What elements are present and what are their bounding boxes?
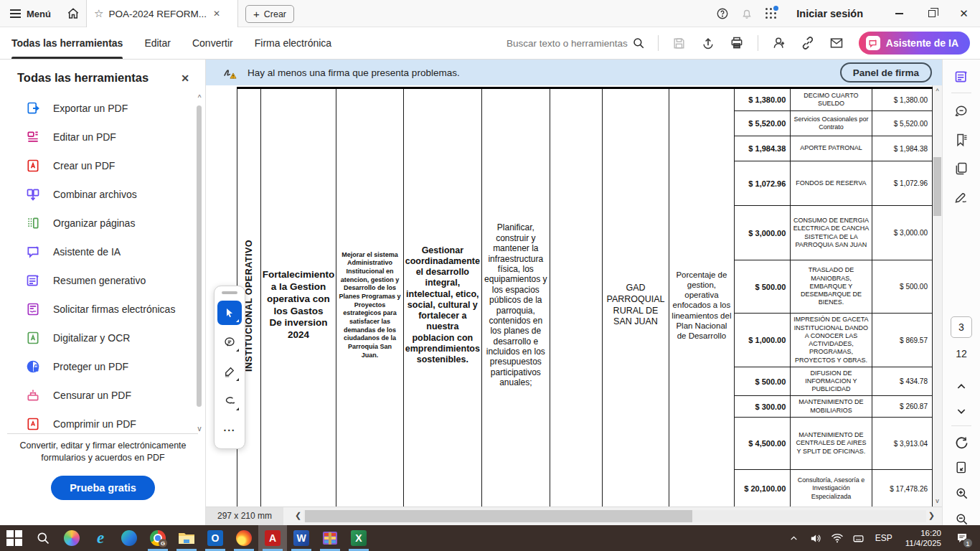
zoom-in-button[interactable] [949, 481, 974, 504]
signatures-button[interactable] [949, 186, 974, 209]
search-box[interactable] [506, 37, 645, 50]
taskbar-word-button[interactable]: W [287, 525, 316, 551]
sign-in-label[interactable]: Iniciar sesión [796, 8, 863, 19]
select-tool-button[interactable] [217, 301, 242, 325]
clock[interactable]: 16:20 11/4/2025 [900, 528, 947, 549]
tool-item-crear-pdf[interactable]: Crear un PDF [0, 151, 194, 180]
taskbar-winrar-button[interactable] [316, 525, 344, 551]
home-button[interactable] [63, 5, 83, 22]
comments-button[interactable] [949, 100, 974, 123]
share-button[interactable] [694, 31, 722, 55]
tab-firma-electronica[interactable]: Firma electrónica [255, 27, 331, 59]
taskbar-edge-button[interactable] [115, 525, 143, 551]
notification-center-button[interactable]: 1 [950, 525, 974, 551]
minimize-button[interactable] [883, 0, 915, 27]
scroll-left-icon[interactable]: ❮ [295, 511, 301, 520]
quick-tools-palette[interactable]: ··· [214, 286, 245, 449]
lasso-tool-button[interactable] [217, 389, 242, 413]
panel-scroll-thumb[interactable] [197, 105, 202, 407]
wifi-icon[interactable] [828, 525, 847, 551]
tool-item-proteger-pdf[interactable]: Proteger un PDF [0, 352, 194, 381]
language-indicator[interactable]: ESP [871, 533, 897, 543]
tool-item-asistente-ia[interactable]: Asistente de IA [0, 237, 194, 266]
star-icon[interactable]: ☆ [94, 7, 103, 20]
taskbar-chrome-button[interactable]: G [143, 525, 172, 551]
bookmarks-button[interactable] [949, 128, 974, 151]
more-tools-button[interactable]: ··· [217, 418, 242, 443]
comment-tool-button[interactable] [217, 330, 242, 354]
taskbar-ie-button[interactable]: e [86, 525, 115, 551]
panel-close-icon[interactable]: ✕ [181, 72, 189, 84]
link-icon [801, 36, 815, 50]
ai-assistant-button[interactable]: Asistente de IA [859, 32, 970, 55]
search-icon[interactable] [632, 37, 645, 50]
tab-editar[interactable]: Editar [144, 27, 171, 59]
tool-item-exportar-pdf[interactable]: Exportar un PDF [0, 94, 194, 123]
tool-item-resumen-generativo[interactable]: Resumen generativo [0, 266, 194, 295]
table-cell-concepto: Servicios Ocasionales por Contrato [791, 111, 872, 136]
tool-item-comprimir-pdf[interactable]: Comprimir un PDF [0, 410, 194, 433]
taskbar-search-button[interactable] [29, 525, 57, 551]
table-cell-ejecutado: $ 434.78 [872, 367, 932, 396]
horizontal-scroll-thumb[interactable] [305, 510, 692, 522]
panel-scrollbar[interactable]: ^ v [195, 94, 204, 433]
draw-tool-button[interactable] [217, 359, 242, 384]
tool-item-combinar-archivos[interactable]: Combinar archivos [0, 180, 194, 209]
email-button[interactable] [823, 31, 850, 55]
document-horizontal-scrollbar[interactable] [303, 510, 926, 522]
tab-todas-las-herramientas[interactable]: Todas las herramientas [11, 27, 123, 59]
volume-icon[interactable] [806, 525, 825, 551]
page-thumbnails-button[interactable] [949, 157, 974, 180]
palette-drag-handle[interactable] [222, 291, 237, 294]
tool-item-solicitar-firmas[interactable]: Solicitar firmas electrónicas [0, 295, 194, 324]
tab-close-icon[interactable]: ✕ [213, 9, 220, 19]
fit-page-button[interactable] [949, 456, 974, 479]
taskbar-outlook-button[interactable]: O [201, 525, 230, 551]
tool-item-censurar-pdf[interactable]: Censurar un PDF [0, 381, 194, 410]
taskbar-firefox-button[interactable] [230, 525, 258, 551]
taskbar-copilot-button[interactable] [57, 525, 86, 551]
save-button[interactable] [666, 31, 693, 55]
menu-button[interactable]: Menú [10, 0, 51, 27]
scroll-up-icon[interactable]: ^ [933, 88, 942, 95]
notifications-button[interactable] [735, 0, 759, 27]
add-user-button[interactable] [765, 31, 793, 55]
free-trial-button[interactable]: Prueba gratis [51, 476, 155, 500]
touch-keyboard-icon[interactable] [849, 525, 868, 551]
apps-button[interactable] [759, 0, 783, 27]
tool-item-editar-pdf[interactable]: Editar un PDF [0, 123, 194, 151]
document-vertical-scrollbar[interactable]: ^ v [933, 85, 942, 507]
scroll-up-icon[interactable]: ^ [195, 94, 204, 102]
generative-summary-button[interactable] [949, 65, 974, 88]
current-page-box[interactable]: 3 [951, 316, 972, 338]
start-button[interactable] [0, 525, 29, 551]
rotate-page-button[interactable] [949, 431, 974, 454]
tray-chevron-up-icon[interactable] [785, 525, 804, 551]
signature-warning-bar: Hay al menos una firma que presenta prob… [206, 60, 942, 85]
scroll-down-icon[interactable]: v [195, 425, 204, 433]
pdf-page: INSTITUCIONAL OPERATIVO Fortalecimiento … [206, 85, 933, 507]
create-button[interactable]: + Crear [245, 5, 294, 23]
table-cell-presupuesto: $ 1,072.96 [734, 161, 790, 206]
previous-page-button[interactable] [949, 375, 974, 398]
print-button[interactable] [723, 31, 750, 55]
search-input[interactable] [506, 38, 628, 49]
document-tab[interactable]: ☆ POA-2024 REFORM... ✕ [86, 0, 238, 27]
restore-button[interactable] [915, 0, 948, 27]
link-button[interactable] [794, 31, 821, 55]
taskbar-excel-button[interactable]: X [344, 525, 373, 551]
divider [951, 93, 971, 93]
next-page-button[interactable] [949, 400, 974, 423]
tool-item-digitalizar-ocr[interactable]: Digitalizar y OCR [0, 324, 194, 352]
taskbar-explorer-button[interactable] [172, 525, 201, 551]
scroll-down-icon[interactable]: v [933, 497, 942, 504]
taskbar-acrobat-button[interactable]: A [258, 525, 287, 551]
signature-panel-button[interactable]: Panel de firma [840, 62, 932, 83]
help-button[interactable] [710, 0, 735, 27]
tools-list: Exportar un PDF Editar un PDF Crear un P… [0, 94, 194, 433]
scroll-right-icon[interactable]: ❯ [928, 511, 935, 520]
close-button[interactable]: ✕ [948, 0, 980, 27]
tool-item-organizar-paginas[interactable]: Organizar páginas [0, 209, 194, 237]
tab-convertir[interactable]: Convertir [192, 27, 233, 59]
vertical-scroll-thumb[interactable] [933, 157, 941, 216]
